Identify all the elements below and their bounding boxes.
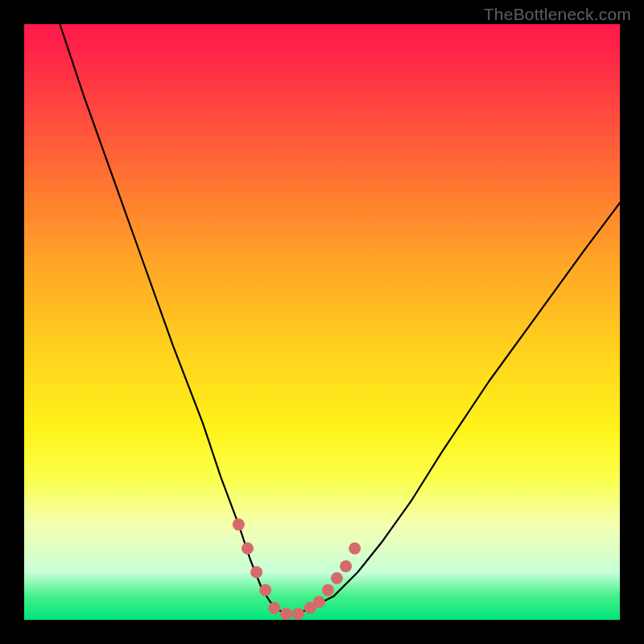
valley-marker [322, 584, 334, 597]
valley-marker [242, 543, 254, 555]
valley-marker [268, 602, 280, 614]
valley-marker [259, 584, 271, 597]
plot-area [24, 24, 620, 620]
valley-marker [292, 608, 304, 620]
valley-marker [313, 596, 325, 608]
valley-marker [331, 572, 343, 584]
valley-marker [349, 543, 361, 555]
chart-frame: TheBottleneck.com [0, 0, 644, 644]
valley-highlight [233, 518, 361, 620]
bottleneck-curve [60, 24, 620, 614]
valley-marker [340, 560, 352, 572]
watermark-text: TheBottleneck.com [484, 5, 631, 24]
curve-layer [24, 24, 620, 620]
valley-marker [280, 608, 292, 620]
valley-marker [233, 518, 245, 530]
valley-marker [250, 566, 262, 578]
